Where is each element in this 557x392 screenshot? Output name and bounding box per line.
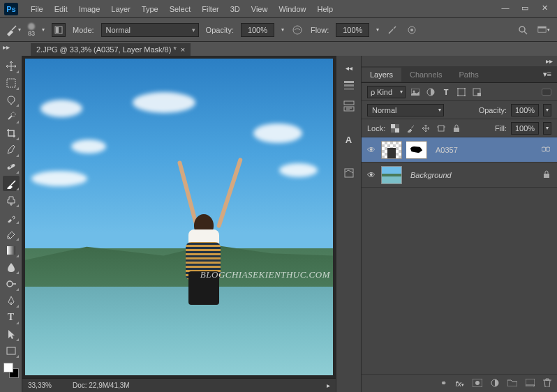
layer-name[interactable]: A0357 xyxy=(431,146,537,154)
panel-menu-icon[interactable]: ▾≡ xyxy=(537,67,557,82)
minimize-button[interactable]: — xyxy=(498,2,512,13)
pressure-size-icon[interactable] xyxy=(406,24,418,36)
layer-thumbnail[interactable] xyxy=(381,141,402,159)
blend-mode-select[interactable]: Normal xyxy=(101,23,199,37)
tab-paths[interactable]: Paths xyxy=(451,68,487,82)
close-button[interactable]: ✕ xyxy=(537,2,551,13)
filter-type-select[interactable]: ρ Kind xyxy=(367,86,406,98)
lasso-tool[interactable] xyxy=(3,92,20,107)
dodge-tool[interactable] xyxy=(3,276,20,292)
opacity-input[interactable]: 100% xyxy=(241,23,274,37)
clone-stamp-tool[interactable] xyxy=(3,193,20,208)
menu-filter[interactable]: Filter xyxy=(196,2,224,16)
visibility-toggle-icon[interactable]: 👁 xyxy=(366,170,377,180)
menu-help[interactable]: Help xyxy=(312,2,339,16)
link-icon[interactable] xyxy=(542,146,553,154)
close-tab-icon[interactable]: × xyxy=(181,45,185,54)
layer-opacity-input[interactable]: 100% xyxy=(511,104,539,116)
rectangle-tool[interactable] xyxy=(3,343,20,359)
search-icon[interactable] xyxy=(517,24,529,36)
add-mask-icon[interactable] xyxy=(473,379,482,389)
airbrush-icon[interactable] xyxy=(386,24,399,36)
eyedropper-tool[interactable] xyxy=(3,142,20,158)
menu-3d[interactable]: 3D xyxy=(225,2,246,16)
doc-size[interactable]: Doc: 22,9M/41,3M xyxy=(73,382,130,389)
status-menu-icon[interactable]: ▸ xyxy=(327,382,330,389)
layer-row[interactable]: 👁 Background xyxy=(362,163,557,188)
visibility-toggle-icon[interactable]: 👁 xyxy=(366,145,377,155)
path-select-tool[interactable] xyxy=(3,326,20,342)
blur-tool[interactable] xyxy=(3,259,20,275)
move-tool[interactable] xyxy=(3,59,20,74)
delete-layer-icon[interactable] xyxy=(543,378,551,389)
lock-artboard-icon[interactable] xyxy=(436,123,447,134)
filter-pixel-icon[interactable] xyxy=(410,86,421,98)
libraries-panel-icon[interactable] xyxy=(339,164,359,182)
toggle-brush-panel-button[interactable] xyxy=(52,23,66,37)
filter-shape-icon[interactable] xyxy=(456,86,467,98)
history-panel-icon[interactable] xyxy=(339,76,359,94)
menu-file[interactable]: File xyxy=(25,2,49,16)
foreground-color-swatch[interactable] xyxy=(3,363,13,372)
color-swatches[interactable] xyxy=(3,363,19,378)
lock-pixels-icon[interactable] xyxy=(405,123,416,134)
layer-thumbnail[interactable] xyxy=(381,166,402,184)
menu-layer[interactable]: Layer xyxy=(105,2,136,16)
link-layers-icon[interactable]: ⚭ xyxy=(440,379,447,388)
layer-row[interactable]: 👁 A0357 xyxy=(362,137,557,163)
expand-dock-icon[interactable]: ▸▸ xyxy=(3,43,10,51)
history-brush-tool[interactable] xyxy=(3,209,20,225)
menu-image[interactable]: Image xyxy=(73,2,106,16)
canvas[interactable]: BLOGCHIASEKIENTHUC.COM xyxy=(25,59,333,375)
menu-view[interactable]: View xyxy=(246,2,274,16)
document-tab[interactable]: 2.JPG @ 33,3% (A0357, Layer Mask/8) * × xyxy=(31,42,191,56)
menu-type[interactable]: Type xyxy=(136,2,164,16)
zoom-level[interactable]: 33,33% xyxy=(28,382,52,389)
new-layer-icon[interactable] xyxy=(526,379,535,388)
marquee-tool[interactable] xyxy=(3,75,20,91)
tool-preset-picker[interactable]: ▾ xyxy=(6,22,21,38)
brush-tool[interactable] xyxy=(3,176,20,191)
properties-panel-icon[interactable] xyxy=(339,97,359,115)
brush-preset-picker[interactable]: 83 xyxy=(28,23,35,37)
healing-brush-tool[interactable] xyxy=(3,159,20,174)
lock-all-icon[interactable] xyxy=(451,123,462,134)
type-tool[interactable]: T xyxy=(3,310,20,325)
character-panel-icon[interactable]: A xyxy=(339,130,359,149)
quick-select-tool[interactable] xyxy=(3,109,20,124)
chevron-down-icon[interactable]: ▾ xyxy=(376,27,379,33)
new-group-icon[interactable] xyxy=(507,379,517,388)
lock-position-icon[interactable] xyxy=(420,123,431,134)
chevron-down-icon[interactable]: ▾ xyxy=(281,27,284,33)
gradient-tool[interactable] xyxy=(3,243,20,258)
chevron-down-icon[interactable]: ▾ xyxy=(42,27,45,33)
filter-smartobject-icon[interactable] xyxy=(471,86,482,98)
layer-name[interactable]: Background xyxy=(406,171,539,179)
workspace-menu-icon[interactable]: ▾ xyxy=(537,24,550,36)
eraser-tool[interactable] xyxy=(3,226,20,241)
chevron-down-icon[interactable]: ▾ xyxy=(543,122,551,135)
filter-toggle[interactable] xyxy=(542,89,551,96)
fill-input[interactable]: 100% xyxy=(511,122,539,135)
chevron-down-icon[interactable]: ▾ xyxy=(543,104,551,116)
tab-layers[interactable]: Layers xyxy=(362,68,401,82)
menu-edit[interactable]: Edit xyxy=(49,2,73,16)
tab-channels[interactable]: Channels xyxy=(401,68,450,82)
collapse-dock-icon[interactable]: ▸▸ xyxy=(542,56,557,66)
expand-dock-icon[interactable]: ◂◂ xyxy=(341,63,357,73)
lock-transparency-icon[interactable] xyxy=(389,123,401,134)
filter-adjustment-icon[interactable] xyxy=(425,86,436,98)
pen-tool[interactable] xyxy=(3,293,20,308)
pressure-opacity-icon[interactable] xyxy=(291,24,304,36)
layer-mask-thumbnail[interactable] xyxy=(406,141,427,159)
filter-type-icon[interactable]: T xyxy=(440,86,452,98)
layer-blend-mode-select[interactable]: Normal xyxy=(367,104,444,116)
adjustment-layer-icon[interactable] xyxy=(491,379,499,389)
crop-tool[interactable] xyxy=(3,126,20,141)
menu-window[interactable]: Window xyxy=(273,2,311,16)
layer-style-icon[interactable]: fx▾ xyxy=(455,379,464,388)
svg-rect-10 xyxy=(7,79,15,87)
flow-input[interactable]: 100% xyxy=(336,23,369,37)
maximize-button[interactable]: ▭ xyxy=(518,2,532,13)
menu-select[interactable]: Select xyxy=(164,2,197,16)
